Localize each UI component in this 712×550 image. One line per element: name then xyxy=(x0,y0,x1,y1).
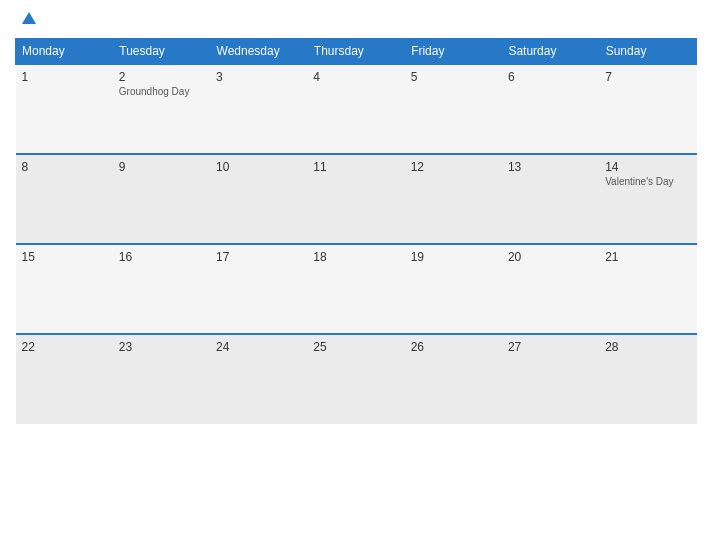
calendar-week-row: 15161718192021 xyxy=(16,244,697,334)
calendar-header xyxy=(15,10,697,32)
day-number: 18 xyxy=(313,250,398,264)
calendar-cell: 3 xyxy=(210,64,307,154)
day-number: 15 xyxy=(22,250,107,264)
day-number: 10 xyxy=(216,160,301,174)
calendar-week-row: 891011121314Valentine's Day xyxy=(16,154,697,244)
logo-icon xyxy=(20,10,38,28)
day-number: 8 xyxy=(22,160,107,174)
calendar-cell: 21 xyxy=(599,244,696,334)
day-number: 13 xyxy=(508,160,593,174)
calendar-cell: 27 xyxy=(502,334,599,424)
svg-marker-0 xyxy=(22,12,36,24)
logo-text xyxy=(20,10,38,32)
day-number: 5 xyxy=(411,70,496,84)
calendar-header-row: MondayTuesdayWednesdayThursdayFridaySatu… xyxy=(16,39,697,65)
calendar-cell: 2Groundhog Day xyxy=(113,64,210,154)
day-number: 28 xyxy=(605,340,690,354)
calendar-table: MondayTuesdayWednesdayThursdayFridaySatu… xyxy=(15,38,697,424)
calendar-cell: 6 xyxy=(502,64,599,154)
calendar-cell: 22 xyxy=(16,334,113,424)
day-number: 12 xyxy=(411,160,496,174)
day-number: 24 xyxy=(216,340,301,354)
calendar-week-row: 12Groundhog Day34567 xyxy=(16,64,697,154)
day-number: 6 xyxy=(508,70,593,84)
calendar-cell: 11 xyxy=(307,154,404,244)
logo xyxy=(20,10,38,32)
day-number: 1 xyxy=(22,70,107,84)
day-number: 3 xyxy=(216,70,301,84)
calendar-week-row: 22232425262728 xyxy=(16,334,697,424)
calendar-cell: 10 xyxy=(210,154,307,244)
calendar-cell: 26 xyxy=(405,334,502,424)
day-number: 20 xyxy=(508,250,593,264)
day-number: 19 xyxy=(411,250,496,264)
day-header-wednesday: Wednesday xyxy=(210,39,307,65)
calendar-cell: 19 xyxy=(405,244,502,334)
day-number: 14 xyxy=(605,160,690,174)
day-number: 17 xyxy=(216,250,301,264)
day-header-friday: Friday xyxy=(405,39,502,65)
calendar-cell: 12 xyxy=(405,154,502,244)
day-number: 4 xyxy=(313,70,398,84)
calendar-cell: 23 xyxy=(113,334,210,424)
calendar-cell: 28 xyxy=(599,334,696,424)
day-number: 9 xyxy=(119,160,204,174)
holiday-label: Groundhog Day xyxy=(119,86,204,97)
day-number: 27 xyxy=(508,340,593,354)
day-number: 21 xyxy=(605,250,690,264)
day-number: 16 xyxy=(119,250,204,264)
calendar-cell: 9 xyxy=(113,154,210,244)
day-header-tuesday: Tuesday xyxy=(113,39,210,65)
day-number: 22 xyxy=(22,340,107,354)
calendar-cell: 1 xyxy=(16,64,113,154)
day-number: 7 xyxy=(605,70,690,84)
calendar-cell: 5 xyxy=(405,64,502,154)
day-number: 26 xyxy=(411,340,496,354)
calendar-cell: 8 xyxy=(16,154,113,244)
calendar-cell: 18 xyxy=(307,244,404,334)
day-header-saturday: Saturday xyxy=(502,39,599,65)
day-number: 25 xyxy=(313,340,398,354)
day-number: 2 xyxy=(119,70,204,84)
calendar-cell: 4 xyxy=(307,64,404,154)
day-number: 23 xyxy=(119,340,204,354)
calendar-cell: 20 xyxy=(502,244,599,334)
calendar-cell: 7 xyxy=(599,64,696,154)
calendar-cell: 15 xyxy=(16,244,113,334)
day-header-sunday: Sunday xyxy=(599,39,696,65)
calendar-cell: 14Valentine's Day xyxy=(599,154,696,244)
day-header-monday: Monday xyxy=(16,39,113,65)
holiday-label: Valentine's Day xyxy=(605,176,690,187)
calendar-cell: 16 xyxy=(113,244,210,334)
calendar-page: MondayTuesdayWednesdayThursdayFridaySatu… xyxy=(0,0,712,550)
calendar-cell: 13 xyxy=(502,154,599,244)
day-header-thursday: Thursday xyxy=(307,39,404,65)
day-number: 11 xyxy=(313,160,398,174)
calendar-cell: 24 xyxy=(210,334,307,424)
calendar-cell: 17 xyxy=(210,244,307,334)
calendar-cell: 25 xyxy=(307,334,404,424)
